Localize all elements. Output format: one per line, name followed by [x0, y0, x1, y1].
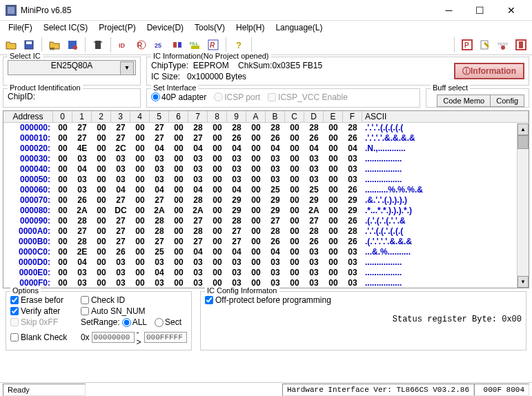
- hex-col-header: 3: [111, 111, 130, 122]
- edit-icon[interactable]: [477, 37, 493, 53]
- minimize-button[interactable]: ─: [433, 1, 464, 20]
- menu-device[interactable]: Device(D): [141, 21, 189, 34]
- hex-col-header: 5: [150, 111, 169, 122]
- tab-config[interactable]: Config: [490, 95, 524, 107]
- help-icon[interactable]: ?: [230, 37, 247, 53]
- status-ready: Ready: [3, 384, 86, 396]
- radio-all[interactable]: ALL: [122, 317, 147, 327]
- hex-row[interactable]: 0000D0:00040003000300030003000300030003.…: [3, 257, 529, 268]
- hex-col-header: C: [285, 111, 304, 122]
- range-to[interactable]: [144, 332, 187, 343]
- app-icon: [6, 5, 17, 16]
- check-offprotect[interactable]: Off-protect before programming: [205, 295, 522, 305]
- check-verify[interactable]: Verify after: [10, 306, 77, 316]
- menu-tools[interactable]: Tools(V): [189, 21, 230, 34]
- hex-row[interactable]: 000030:00030003000300030003000300030003.…: [3, 154, 529, 164]
- vertical-scrollbar[interactable]: ▲ ▼: [517, 123, 529, 288]
- hex-row[interactable]: 000000:00270027002700280028002800280028.…: [3, 123, 529, 133]
- check-blank[interactable]: Blank Check: [10, 328, 77, 346]
- information-button[interactable]: ⓘ Information: [454, 63, 524, 79]
- save-icon[interactable]: [21, 37, 37, 53]
- hex-col-header: 2: [92, 111, 111, 122]
- menu-help[interactable]: Help(H): [230, 21, 270, 34]
- menubar: File(F) Select IC(S) Project(P) Device(D…: [0, 21, 532, 34]
- read-icon[interactable]: R: [133, 37, 150, 53]
- hex-row[interactable]: 000010:00270027002700270026002600260026.…: [3, 133, 529, 143]
- chip-icon[interactable]: [90, 37, 106, 53]
- range-from[interactable]: [92, 332, 135, 343]
- hex-row[interactable]: 000080:002A00DC002A002A00290029002A0029.…: [3, 206, 529, 216]
- status-register: Status register Byte: 0x00: [205, 315, 522, 324]
- hex-col-header: 6: [169, 111, 188, 122]
- radio-sect[interactable]: Sect: [155, 317, 181, 327]
- hex-row[interactable]: 000090:00280027002800270028002700270026.…: [3, 216, 529, 226]
- hex-row[interactable]: 000040:00040003000300030003000300030003.…: [3, 164, 529, 175]
- check-checkid[interactable]: Check ID: [81, 295, 187, 305]
- ic-config-group: IC Config Informaton Off-protect before …: [200, 291, 526, 350]
- prj-open-icon[interactable]: prj: [46, 37, 63, 53]
- statusbar: Ready Hardware Interface Ver: TL866CS V0…: [0, 382, 532, 396]
- hex-col-header: 0: [53, 111, 72, 122]
- check-autosn[interactable]: Auto SN_NUM: [81, 306, 187, 316]
- select-ic-group: Select IC EN25Q80A: [3, 57, 141, 86]
- hex-row[interactable]: 000020:004E002C000400040004000400040004.…: [3, 143, 529, 154]
- test-icon[interactable]: TEST: [495, 37, 511, 53]
- header-ascii: ASCII: [362, 111, 529, 122]
- svg-text:?: ?: [236, 40, 242, 50]
- radio-icsp: ICSP port: [214, 92, 260, 102]
- hex-row[interactable]: 000050:00030003000300030003000300030003.…: [3, 175, 529, 185]
- hex-col-header: B: [266, 111, 285, 122]
- hex-row[interactable]: 000060:00030004000400040004002500250026.…: [3, 185, 529, 195]
- hex-col-header: 8: [208, 111, 227, 122]
- status-hwver: Hardware Interface Ver: TL866CS V03.2.86: [282, 384, 474, 396]
- svg-point-25: [501, 46, 505, 50]
- hex-viewer: Address 0123456789ABCDEF ASCII 000000:00…: [3, 110, 529, 288]
- fill-icon[interactable]: FILL: [187, 37, 204, 53]
- hex-row[interactable]: 0000B0:00280027002700270027002600260026.…: [3, 237, 529, 247]
- p-icon[interactable]: P: [459, 37, 475, 53]
- set-interface-group: Set Interface 40P adapter ICSP port ICSP…: [146, 88, 420, 108]
- svg-rect-14: [173, 42, 177, 48]
- ic-info-group: IC Information(No Project opened) ChipTy…: [146, 57, 529, 86]
- check-erase[interactable]: Erase befor: [10, 295, 77, 305]
- menu-file[interactable]: File(F): [3, 21, 38, 34]
- radio-40p[interactable]: 40P adapter: [151, 92, 206, 102]
- verify-icon[interactable]: 25: [151, 37, 168, 53]
- svg-rect-15: [178, 42, 181, 48]
- open-icon[interactable]: [3, 37, 19, 53]
- prj-save-icon[interactable]: [64, 37, 81, 53]
- hex-col-header: 9: [227, 111, 246, 122]
- tab-code-memo[interactable]: Code Memo: [437, 95, 491, 107]
- chip2-icon[interactable]: [513, 37, 529, 53]
- svg-text:25: 25: [155, 42, 161, 49]
- svg-text:ID: ID: [119, 42, 126, 49]
- ic-info-legend: IC Information(No Project opened): [151, 52, 271, 60]
- svg-rect-1: [8, 7, 14, 14]
- close-button[interactable]: ✕: [495, 1, 526, 20]
- hex-row[interactable]: 0000E0:00030003000400030003000300030003.…: [3, 268, 529, 278]
- menu-selectic[interactable]: Select IC(S): [38, 21, 94, 34]
- check-icsp-vcc: ICSP_VCC Enable: [268, 92, 348, 102]
- scroll-up-icon[interactable]: ▲: [518, 123, 529, 135]
- svg-rect-17: [191, 46, 199, 49]
- hex-col-header: 1: [72, 111, 92, 122]
- scroll-thumb[interactable]: [518, 135, 529, 149]
- hex-row[interactable]: 0000C0:002E0026002500040004000400030003.…: [3, 247, 529, 257]
- maximize-button[interactable]: ☐: [464, 1, 495, 20]
- hex-row[interactable]: 0000A0:00270027002800280027002800280028.…: [3, 226, 529, 237]
- hex-col-header: A: [246, 111, 266, 122]
- status-addr: 000F 8004: [474, 384, 529, 396]
- options-group: Options Erase befor Check ID Verify afte…: [6, 291, 192, 350]
- prog-icon[interactable]: [169, 37, 186, 53]
- scroll-down-icon[interactable]: ▼: [518, 276, 529, 288]
- check-skipff: Skip 0xFF: [10, 317, 77, 327]
- ic-combo[interactable]: EN25Q80A: [8, 60, 136, 75]
- menu-language[interactable]: Language(L): [270, 21, 328, 34]
- product-id-group: Product Identification ChipID:: [3, 88, 141, 108]
- svg-text:FILL: FILL: [190, 41, 199, 46]
- r2-icon[interactable]: R: [205, 37, 221, 53]
- hex-row[interactable]: 000070:00260027002700280029002900290029.…: [3, 195, 529, 206]
- svg-text:P: P: [464, 41, 469, 49]
- id-icon[interactable]: ID: [115, 37, 132, 53]
- menu-project[interactable]: Project(P): [93, 21, 141, 34]
